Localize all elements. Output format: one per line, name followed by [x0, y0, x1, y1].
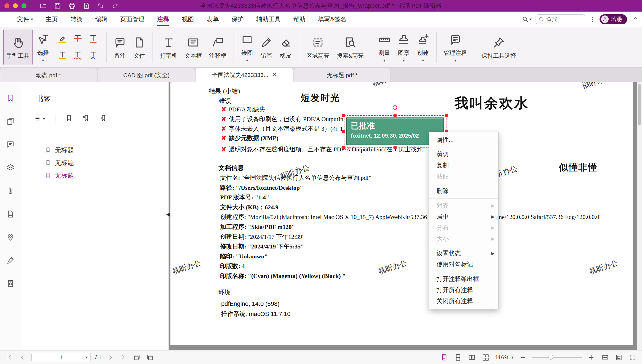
facing-view-button[interactable] [467, 353, 476, 362]
attachments-panel-button[interactable] [6, 186, 15, 196]
open-file-icon[interactable] [39, 1, 48, 10]
zoom-in-button[interactable] [587, 353, 596, 362]
zoom-slider-thumb[interactable] [548, 355, 553, 360]
tab-document-2[interactable]: CAD 图.pdf (安全) [98, 68, 195, 82]
next-page-button[interactable] [106, 353, 115, 362]
articles-panel-button[interactable] [6, 209, 15, 219]
overflow-menu-button[interactable]: ⋮ [589, 15, 596, 23]
fit-page-button[interactable] [614, 353, 623, 362]
close-window-button[interactable] [4, 3, 9, 8]
chevron-down-icon[interactable]: ▾ [422, 59, 424, 62]
collapse-panel-handle[interactable]: ◀ [166, 212, 170, 217]
typewriter-tool-button[interactable]: 打字机 [157, 29, 180, 65]
menu-convert[interactable]: 转换 [71, 12, 83, 27]
area-highlight-button[interactable]: 区域高亮 [304, 29, 332, 65]
insert-text-tool-button[interactable] [87, 48, 100, 63]
fit-width-button[interactable] [601, 353, 609, 362]
destinations-panel-button[interactable] [6, 232, 15, 242]
chevron-down-icon[interactable]: ▾ [403, 59, 405, 62]
chevron-down-icon[interactable]: ▾ [85, 356, 88, 359]
vertical-scrollbar[interactable] [637, 82, 642, 350]
menu-page-management[interactable]: 页面管理 [120, 12, 145, 27]
tab-document-3[interactable]: 全国法院失4233333... × [196, 68, 293, 82]
add-bookmark-button[interactable] [65, 114, 73, 123]
next-view-button[interactable] [146, 353, 154, 362]
menu-item-open-popup-note[interactable]: 打开注释弹出框 [429, 274, 498, 285]
menu-item-checkmark[interactable]: 使用对勾标记 [429, 259, 498, 270]
menu-protect[interactable]: 保护 [232, 12, 244, 27]
menu-item-properties[interactable]: 属性... [429, 134, 498, 145]
menu-item-open-all-notes[interactable]: 打开所有注释 [429, 285, 498, 296]
minimize-window-button[interactable] [13, 3, 18, 8]
security-panel-button[interactable] [6, 279, 15, 288]
layers-panel-button[interactable] [6, 163, 15, 172]
undo-icon[interactable] [96, 1, 105, 10]
strikeout-tool-button[interactable] [71, 32, 84, 46]
underline2-tool-button[interactable] [56, 48, 69, 63]
search-input[interactable] [546, 16, 578, 22]
search-highlight-button[interactable]: 搜索&高亮 [334, 29, 367, 65]
keep-tool-selected-button[interactable]: 保持工具选择 [479, 29, 519, 65]
menu-edit[interactable]: 编辑 [95, 12, 108, 27]
create-tool-button[interactable]: 创建 ▾ [414, 29, 432, 65]
selection-handle[interactable] [342, 130, 345, 133]
menu-item-close-all-notes[interactable]: 关闭所有注释 [429, 296, 498, 307]
export-icon[interactable] [82, 1, 91, 10]
menu-item-set-status[interactable]: 设置状态▶ [429, 248, 498, 259]
menu-view[interactable]: 视图 [182, 12, 194, 27]
bookmark-item[interactable]: 无标题 [21, 156, 168, 169]
pencil-tool-button[interactable]: 铅笔 [258, 29, 275, 65]
squiggly-tool-button[interactable] [71, 48, 84, 63]
underline-tool-button[interactable] [87, 32, 100, 46]
stamp-tool-button[interactable]: 图章 ▾ [395, 29, 413, 65]
previous-page-button[interactable] [18, 353, 27, 362]
highlight-tool-button[interactable] [56, 32, 69, 46]
document-canvas[interactable]: 结果 (小结) 错误 ✘ PDF/A 项缺失 ✘ 使用了设备印刷色，但没有 PD… [169, 82, 642, 350]
menu-fill-sign[interactable]: 填写&签名 [318, 12, 347, 27]
page-number-input[interactable]: 1 ▾ [31, 353, 91, 362]
select-tool-button[interactable]: 选择 ▾ [34, 29, 52, 65]
menu-file[interactable]: 文件▾ [17, 12, 33, 27]
eraser-tool-button[interactable]: 橡皮 [277, 29, 295, 65]
signature-panel-button[interactable] [6, 256, 15, 265]
find-box[interactable] [536, 14, 585, 24]
menu-home[interactable]: 主页 [46, 12, 58, 27]
comments-panel-button[interactable] [6, 140, 15, 149]
expand-bookmark-button[interactable] [100, 114, 107, 123]
drawing-tool-button[interactable]: 绘图 ▾ [238, 29, 256, 65]
bookmarks-panel-button[interactable] [6, 93, 15, 103]
close-tab-icon[interactable]: × [272, 71, 277, 79]
bookmarks-options-button[interactable]: ▾ [34, 115, 45, 122]
page-thumbnails-panel-button[interactable] [6, 117, 15, 126]
chevron-down-icon[interactable]: ▾ [511, 356, 513, 359]
chevron-down-icon[interactable]: ▾ [383, 59, 386, 62]
delete-bookmark-button[interactable] [82, 114, 90, 123]
hand-tool-button[interactable]: 手型工具 [3, 29, 33, 65]
bookmark-item-selected[interactable]: 无标题 [21, 169, 168, 182]
callout-tool-button[interactable]: 注释框 [206, 29, 229, 65]
fullscreen-button[interactable] [628, 353, 637, 362]
selection-handle[interactable] [342, 146, 345, 149]
textbox-tool-button[interactable]: 文本框 [182, 29, 205, 65]
selection-handle[interactable] [394, 146, 397, 149]
zoom-slider[interactable] [532, 357, 582, 358]
selection-handle[interactable] [342, 114, 345, 117]
tab-document-4[interactable]: 无标题.pdf * [294, 68, 391, 82]
last-page-button[interactable] [119, 353, 128, 362]
file-attachment-button[interactable]: 文件 [130, 29, 148, 65]
facing-continuous-view-button[interactable] [481, 353, 490, 362]
menu-help[interactable]: 帮助 [293, 12, 306, 27]
redo-icon[interactable] [110, 1, 120, 10]
menu-item-cut[interactable]: 剪切 [429, 149, 498, 160]
menu-accessibility[interactable]: 辅助工具 [256, 12, 281, 27]
menu-item-delete[interactable]: 删除 [429, 186, 498, 197]
single-page-view-button[interactable] [440, 353, 449, 362]
print-icon[interactable] [67, 1, 77, 10]
menu-item-copy[interactable]: 复制 [429, 160, 498, 171]
collapse-ribbon-button[interactable] [633, 16, 638, 23]
search-dropdown-button[interactable]: ▾ [522, 16, 532, 23]
note-tool-button[interactable]: 备注 [111, 29, 129, 65]
first-page-button[interactable] [5, 353, 14, 362]
save-icon[interactable] [53, 1, 62, 10]
scrollbar-thumb[interactable] [638, 84, 641, 125]
